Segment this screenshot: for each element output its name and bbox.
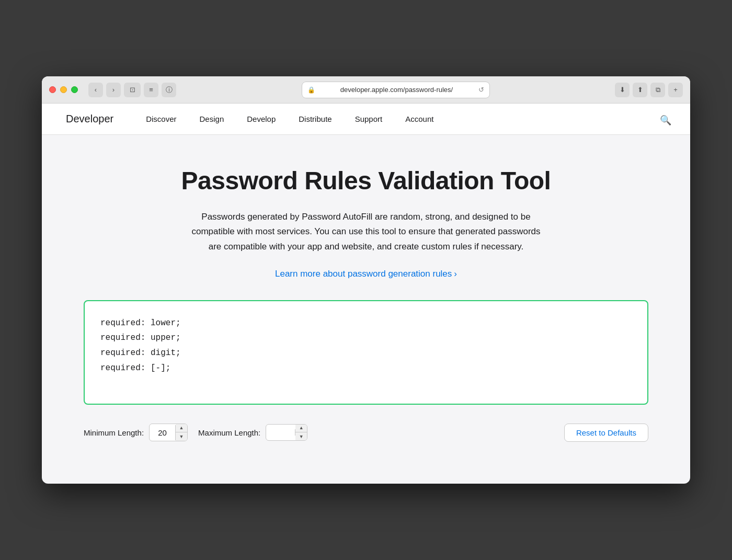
nav-account[interactable]: Account [394, 104, 445, 135]
navbar: Developer Discover Design Develop Distri… [42, 104, 690, 135]
browser-window: ‹ › ⊡ ≡ ⓘ 🔒 developer.apple.com/password… [42, 76, 690, 483]
reader-button[interactable]: ≡ [144, 83, 158, 97]
max-stepper-down-button[interactable]: ▼ [295, 432, 307, 441]
nav-develop[interactable]: Develop [235, 104, 287, 135]
reload-icon[interactable]: ↺ [478, 86, 484, 94]
nav-design[interactable]: Design [188, 104, 236, 135]
traffic-lights [49, 86, 78, 93]
max-length-group: Maximum Length: ▲ ▼ [198, 424, 307, 441]
stepper-buttons: ▲ ▼ [176, 424, 187, 441]
close-button[interactable] [49, 86, 56, 93]
min-length-stepper[interactable]: 20 ▲ ▼ [149, 424, 188, 441]
address-bar[interactable]: 🔒 developer.apple.com/password-rules/ ↺ [302, 82, 490, 98]
search-icon[interactable]: 🔍 [660, 115, 669, 124]
page-title: Password Rules Validation Tool [84, 166, 648, 195]
titlebar-right: ⬇ ⬆ ⧉ + [615, 83, 683, 97]
stepper-up-button[interactable]: ▲ [176, 424, 187, 432]
titlebar: ‹ › ⊡ ≡ ⓘ 🔒 developer.apple.com/password… [42, 76, 690, 104]
share-button[interactable]: ⬆ [633, 83, 647, 97]
sidebar-button[interactable]: ⊡ [124, 83, 141, 97]
chevron-right-icon: › [454, 269, 457, 279]
tabs-button[interactable]: ⧉ [650, 83, 665, 97]
forward-button[interactable]: › [106, 83, 121, 97]
info-button[interactable]: ⓘ [162, 83, 176, 97]
address-bar-wrap: 🔒 developer.apple.com/password-rules/ ↺ [181, 82, 610, 98]
back-button[interactable]: ‹ [88, 83, 103, 97]
learn-more-text: Learn more about password generation rul… [275, 269, 452, 279]
max-length-stepper[interactable]: ▲ ▼ [266, 424, 307, 441]
max-stepper-buttons: ▲ ▼ [295, 424, 307, 441]
min-length-label: Minimum Length: [84, 428, 144, 437]
learn-more-link[interactable]: Learn more about password generation rul… [275, 269, 457, 279]
page-description: Passwords generated by Password AutoFill… [188, 210, 544, 254]
url-text: developer.apple.com/password-rules/ [318, 86, 475, 94]
maximize-button[interactable] [71, 86, 78, 93]
nav-support[interactable]: Support [344, 104, 394, 135]
code-content[interactable]: required: lower; required: upper; requir… [100, 316, 632, 376]
download-button[interactable]: ⬇ [615, 83, 630, 97]
lock-icon: 🔒 [307, 86, 315, 94]
new-tab-button[interactable]: + [668, 83, 683, 97]
brand-name[interactable]: Developer [66, 113, 113, 125]
min-length-group: Minimum Length: 20 ▲ ▼ [84, 424, 188, 441]
nav-discover[interactable]: Discover [134, 104, 188, 135]
max-length-label: Maximum Length: [198, 428, 260, 437]
code-editor[interactable]: required: lower; required: upper; requir… [84, 300, 648, 405]
minimize-button[interactable] [60, 86, 67, 93]
stepper-down-button[interactable]: ▼ [176, 432, 187, 441]
nav-links: Discover Design Develop Distribute Suppo… [134, 104, 660, 135]
controls-row: Minimum Length: 20 ▲ ▼ Maximum Length: ▲… [84, 424, 648, 442]
max-stepper-up-button[interactable]: ▲ [295, 424, 307, 432]
main-content: Password Rules Validation Tool Passwords… [42, 135, 690, 483]
nav-distribute[interactable]: Distribute [287, 104, 343, 135]
min-length-value: 20 [150, 425, 176, 440]
reset-button[interactable]: Reset to Defaults [564, 424, 648, 442]
max-length-value [266, 429, 295, 436]
nav-controls: ‹ › ⊡ ≡ ⓘ [88, 83, 176, 97]
